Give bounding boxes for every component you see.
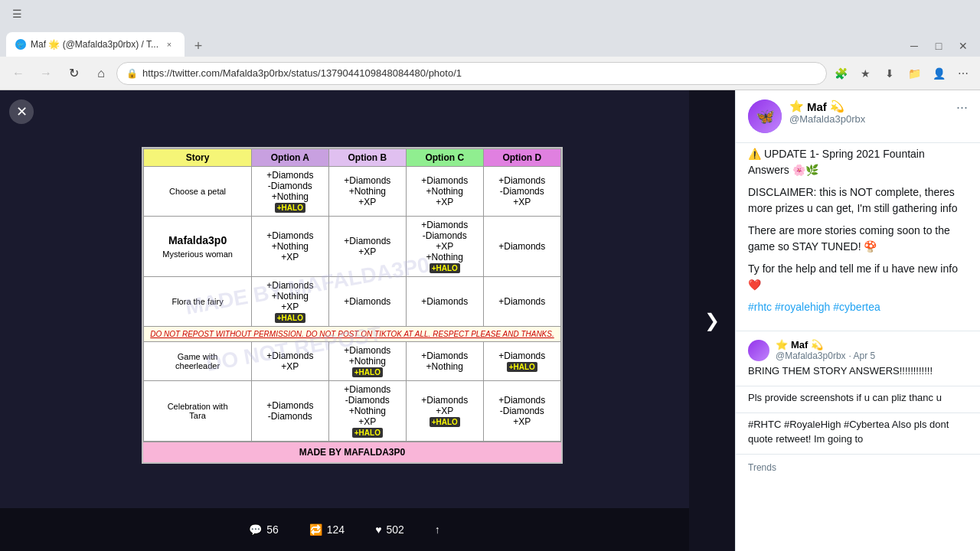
option-b-cell: +Diamonds+Nothing+XP	[328, 167, 406, 217]
avatar-image: 🦋	[748, 99, 782, 133]
nav-action-buttons: 🧩 ★ ⬇ 📁 👤 ⋯	[830, 63, 974, 84]
tweet-more-stories: There are more stories coming soon to th…	[748, 223, 968, 255]
content-area: ✕ MADE BY MAFALDA3P0 DO NOT REPOST Story…	[0, 90, 980, 551]
col-header-c: Option C	[406, 149, 483, 167]
option-a-cell: +Diamonds+XP	[251, 342, 328, 381]
trends-label: Trends	[748, 462, 968, 473]
tab-bar: 🐦 Maf 🌟 (@Mafalda3p0rbx) / T... × + ─ □ …	[0, 28, 980, 57]
tweet-thanks: Ty for the help and tell me if u have ne…	[748, 261, 968, 293]
window-controls: ☰	[6, 3, 28, 24]
more-tweet-text: #RHTC #RoyaleHigh #Cybertea Also pls don…	[736, 413, 980, 454]
tab-close-button[interactable]: ×	[163, 38, 175, 51]
option-a-cell: +Diamonds+Nothing+XP+HALO	[251, 277, 328, 327]
option-b-cell: +Diamonds-Diamonds+Nothing+XP+HALO	[328, 381, 406, 442]
col-header-story: Story	[144, 149, 252, 167]
rt-star-icon: ⭐	[776, 339, 788, 350]
collections-button[interactable]: 📁	[903, 63, 925, 84]
tweet-hashtags[interactable]: #rhtc #royalehigh #cybertea	[748, 299, 968, 315]
fountain-answers-table: Story Option A Option B Option C Option …	[143, 148, 560, 442]
downloads-button[interactable]: ⬇	[879, 63, 900, 84]
browser-chrome: ☰ 🐦 Maf 🌟 (@Mafalda3p0rbx) / T... × + ─ …	[0, 0, 980, 90]
col-header-d: Option D	[483, 149, 560, 167]
retweet-username: ⭐ Maf 💫	[776, 339, 875, 350]
table-row: Celebration withTara +Diamonds-Diamonds …	[144, 381, 560, 442]
secure-icon: 🔒	[126, 68, 138, 79]
photo-container: MADE BY MAFALDA3P0 DO NOT REPOST Story O…	[0, 90, 735, 551]
col-header-a: Option A	[251, 149, 328, 167]
tweet-body: ⚠️ UPDATE 1- Spring 2021 Fountain Answer…	[736, 143, 980, 331]
url-text: https://twitter.com/Mafalda3p0rbx/status…	[142, 67, 817, 79]
option-c-cell: +Diamonds+XP+HALO	[406, 381, 483, 442]
tweet-username: ⭐ Maf 💫	[789, 99, 949, 113]
address-bar[interactable]: 🔒 https://twitter.com/Mafalda3p0rbx/stat…	[116, 62, 827, 85]
halo-badge: +HALO	[430, 263, 460, 273]
story-cell: Game withcheerleader	[144, 342, 252, 381]
tweet-more-button[interactable]: ···	[956, 99, 968, 116]
navigation-bar: ← → ↻ ⌂ 🔒 https://twitter.com/Mafalda3p0…	[0, 57, 980, 90]
halo-badge: +HALO	[507, 362, 537, 372]
maximize-button[interactable]: □	[928, 35, 949, 57]
tweet-header: 🦋 ⭐ Maf 💫 @Mafalda3p0rbx ···	[736, 90, 980, 143]
share-action[interactable]: ↑	[435, 523, 440, 536]
like-action[interactable]: ♥ 502	[375, 523, 404, 536]
like-count: 502	[386, 523, 403, 536]
tab-title: Maf 🌟 (@Mafalda3p0rbx) / T...	[31, 39, 158, 50]
watermark-name: Mafalda3p0	[150, 234, 245, 246]
extensions-button[interactable]: 🧩	[830, 63, 851, 84]
star-right-icon: 💫	[830, 99, 844, 113]
rt-date: · Apr 5	[849, 350, 876, 361]
photo-view: ✕ MADE BY MAFALDA3P0 DO NOT REPOST Story…	[0, 90, 735, 551]
back-button[interactable]: ←	[6, 61, 31, 86]
halo-badge: +HALO	[430, 417, 460, 427]
twitter-sidebar: 🦋 ⭐ Maf 💫 @Mafalda3p0rbx ··· ⚠️ UPDATE 1…	[735, 90, 980, 551]
option-d-cell: +Diamonds-Diamonds+XP	[483, 167, 560, 217]
option-c-cell: +Diamonds+Nothing	[406, 342, 483, 381]
refresh-button[interactable]: ↻	[61, 61, 86, 86]
col-header-b: Option B	[328, 149, 406, 167]
rt-display-name: Maf	[791, 339, 808, 350]
reply-action[interactable]: 💬 56	[249, 523, 279, 536]
tweet-title: ⚠️ UPDATE 1- Spring 2021 Fountain Answer…	[748, 146, 968, 178]
close-window-button[interactable]: ✕	[952, 35, 974, 57]
option-d-cell: +Diamonds	[483, 217, 560, 277]
tweet-disclaimer: DISCLAIMER: this is NOT complete, theres…	[748, 184, 968, 217]
user-info: ⭐ Maf 💫 @Mafalda3p0rbx	[789, 99, 949, 125]
retweet-count: 124	[327, 523, 345, 536]
home-button[interactable]: ⌂	[89, 61, 113, 86]
table-footer: MADE BY MAFALDA3P0	[143, 442, 560, 462]
option-a-cell: +Diamonds-Diamonds+Nothing+HALO	[251, 167, 328, 217]
photo-footer: 💬 56 🔁 124 ♥ 502 ↑	[0, 508, 689, 551]
profile-button[interactable]: 👤	[928, 63, 949, 84]
table-row: Game withcheerleader +Diamonds+XP +Diamo…	[144, 342, 560, 381]
game-table: Story Option A Option B Option C Option …	[142, 147, 562, 464]
favorites-button[interactable]: ★	[854, 63, 876, 84]
reply-count: 56	[266, 523, 279, 536]
minimize-button[interactable]: ─	[903, 35, 925, 57]
share-icon: ↑	[435, 523, 440, 536]
table-wrapper: MADE BY MAFALDA3P0 DO NOT REPOST Story O…	[142, 147, 562, 464]
settings-button[interactable]: ⋯	[952, 63, 974, 84]
photo-next-button[interactable]: ❯	[689, 90, 735, 551]
retweet-user: ⭐ Maf 💫 @Mafalda3p0rbx · Apr 5	[776, 339, 875, 361]
twitter-handle: @Mafalda3p0rbx	[789, 113, 949, 125]
story-cell: Choose a petal	[144, 167, 252, 217]
retweet-action[interactable]: 🔁 124	[309, 523, 345, 536]
active-tab[interactable]: 🐦 Maf 🌟 (@Mafalda3p0rbx) / T... ×	[6, 32, 185, 57]
option-d-cell: +Diamonds	[483, 277, 560, 327]
story-cell: Mafalda3p0 Mysterious woman	[144, 217, 252, 277]
retweet-section: ⭐ Maf 💫 @Mafalda3p0rbx · Apr 5 BRING THE…	[736, 331, 980, 386]
option-b-cell: +Diamonds+Nothing+HALO	[328, 342, 406, 381]
halo-badge: +HALO	[275, 313, 305, 323]
retweet-icon: 🔁	[309, 523, 322, 536]
halo-badge: +HALO	[352, 428, 383, 438]
photo-close-button[interactable]: ✕	[9, 99, 34, 124]
new-tab-button[interactable]: +	[188, 35, 209, 57]
display-name: Maf	[807, 100, 827, 113]
title-bar: ☰	[0, 0, 980, 28]
forward-button[interactable]: →	[34, 61, 58, 86]
like-icon: ♥	[375, 523, 381, 536]
sidebar-toggle[interactable]: ☰	[6, 3, 28, 24]
table-row: Flora the fairy +Diamonds+Nothing+XP+HAL…	[144, 277, 560, 327]
tab-favicon: 🐦	[15, 39, 26, 50]
retweet-avatar	[748, 340, 769, 361]
